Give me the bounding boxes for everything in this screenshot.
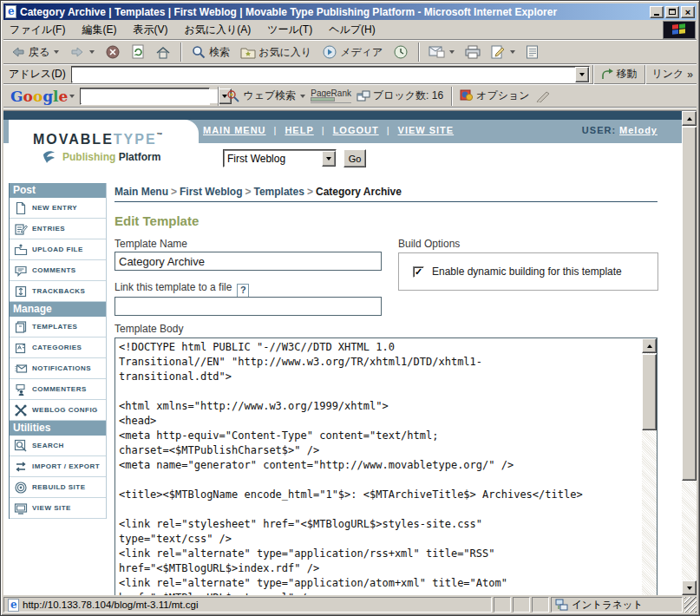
menu-help[interactable]: ヘルプ(H) <box>329 23 376 37</box>
security-zone-label: イントラネット <box>572 599 643 612</box>
scroll-down-button[interactable] <box>682 580 697 595</box>
history-icon <box>393 44 409 60</box>
breadcrumb-templates[interactable]: Templates <box>253 186 304 198</box>
textarea-scroll-up-button[interactable] <box>642 338 657 353</box>
sidebar-item-notifications[interactable]: NOTIFICATIONS <box>10 358 106 379</box>
maximize-button[interactable] <box>665 6 679 18</box>
trackbacks-icon <box>14 285 28 298</box>
minimize-button[interactable] <box>650 6 664 18</box>
sidebar-item-weblog-config[interactable]: WEBLOG CONFIG <box>10 400 106 421</box>
google-search-input[interactable] <box>81 89 218 103</box>
discuss-button[interactable] <box>522 42 542 62</box>
popup-blocker-button[interactable]: ブロック数: 16 <box>357 88 443 103</box>
google-logo-button[interactable]: Google <box>10 88 75 105</box>
windows-logo-icon <box>672 23 686 36</box>
favorites-button[interactable]: お気に入り <box>237 42 315 62</box>
status-pane-1 <box>494 597 511 613</box>
breadcrumb-first-weblog[interactable]: First Weblog <box>180 186 242 198</box>
pagerank-indicator[interactable]: PageRank <box>311 88 351 103</box>
highlight-pen-button[interactable] <box>535 90 551 102</box>
back-button[interactable]: 戻る <box>7 42 62 62</box>
link-file-input[interactable] <box>114 297 382 316</box>
stop-button[interactable] <box>101 42 124 62</box>
ie-document-icon <box>5 5 16 18</box>
menu-file[interactable]: ファイル(F) <box>10 23 65 37</box>
edit-icon <box>491 45 506 59</box>
scroll-thumb[interactable] <box>682 127 697 481</box>
forward-button[interactable] <box>66 42 98 62</box>
address-dropdown-button[interactable] <box>575 67 589 82</box>
dynamic-build-checkbox[interactable]: ✓ <box>413 266 424 278</box>
home-button[interactable] <box>152 42 174 62</box>
print-button[interactable] <box>461 42 484 62</box>
sidebar-item-view-site[interactable]: VIEW SITE <box>10 498 106 519</box>
sidebar-item-entries[interactable]: ENTRIES <box>10 219 106 239</box>
template-body-code[interactable]: <!DOCTYPE html PUBLIC "-//W3C//DTD XHTML… <box>115 338 642 595</box>
go-arrow-icon <box>601 69 613 81</box>
breadcrumb-divider <box>114 201 657 202</box>
categories-icon <box>14 341 28 355</box>
menu-favorites[interactable]: お気に入り(A) <box>184 23 251 37</box>
security-zone-pane: イントラネット <box>551 597 683 613</box>
history-button[interactable] <box>389 42 412 62</box>
sidebar-item-import-export[interactable]: IMPORT / EXPORT <box>10 456 106 477</box>
sidebar-item-comments[interactable]: COMMENTS <box>10 260 106 281</box>
search-button[interactable]: 検索 <box>187 42 233 62</box>
template-name-input[interactable] <box>114 252 382 271</box>
status-pane-3 <box>532 597 549 613</box>
sidebar-item-rebuild-site[interactable]: REBUILD SITE <box>10 477 106 498</box>
print-icon <box>465 45 481 59</box>
sidebar-item-trackbacks[interactable]: TRACKBACKS <box>10 281 106 302</box>
textarea-scroll-thumb[interactable] <box>642 354 657 430</box>
sidebar-item-search[interactable]: SEARCH <box>10 436 106 456</box>
go-button[interactable]: 移動 <box>596 66 642 83</box>
sidebar-item-upload-file[interactable]: UPLOAD FILE <box>10 239 106 260</box>
address-bar: アドレス(D) 移動 リンク » <box>3 65 697 84</box>
help-button[interactable]: ? <box>237 284 249 298</box>
address-combo <box>71 66 591 83</box>
template-body-scrollbar[interactable] <box>642 338 657 595</box>
sidebar-item-new-entry[interactable]: NEW ENTRY <box>10 198 106 219</box>
edit-button[interactable] <box>487 42 519 62</box>
scroll-up-button[interactable] <box>682 111 697 126</box>
address-label: アドレス(D) <box>9 67 66 82</box>
import-export-icon <box>14 460 28 474</box>
template-body-textarea[interactable]: <!DOCTYPE html PUBLIC "-//W3C//DTD XHTML… <box>114 337 657 595</box>
page-scrollbar[interactable] <box>682 111 697 595</box>
build-options-label: Build Options <box>398 238 460 250</box>
breadcrumb-main-menu[interactable]: Main Menu <box>114 186 168 198</box>
menu-tools[interactable]: ツール(T) <box>267 23 312 37</box>
new-entry-icon <box>14 201 28 215</box>
status-url-pane: http://10.133.78.104/blog/mt-3.11/mt.cgi <box>3 597 492 613</box>
sidebar-item-commenters[interactable]: COMMENTERS <box>10 379 106 400</box>
menu-view[interactable]: 表示(V) <box>133 23 167 37</box>
options-button[interactable]: オプション <box>460 88 529 103</box>
rebuild-site-icon <box>14 481 28 495</box>
mt-swoosh-icon <box>42 149 62 163</box>
sidebar-item-templates[interactable]: TEMPLATES <box>10 317 106 337</box>
notifications-icon <box>14 362 28 376</box>
favorites-icon <box>240 46 256 59</box>
stop-icon <box>105 44 121 60</box>
browser-viewport: MOVABLETYPE™ Publishing Platform MAIN ME… <box>3 110 697 595</box>
links-toolbar[interactable]: リンク » <box>648 67 697 82</box>
pen-icon <box>535 90 551 102</box>
mail-icon <box>429 46 445 58</box>
address-input[interactable] <box>72 68 576 82</box>
refresh-button[interactable] <box>128 42 148 62</box>
sidebar-section-post: Post <box>10 183 106 198</box>
resize-grip[interactable] <box>684 597 697 613</box>
menu-edit[interactable]: 編集(E) <box>82 23 116 37</box>
close-button[interactable]: × <box>681 6 695 18</box>
weblog-config-icon <box>14 403 28 417</box>
view-site-icon <box>14 501 28 515</box>
template-name-label: Template Name <box>114 238 187 250</box>
web-search-button[interactable]: ウェブ検索 <box>226 88 305 103</box>
sidebar-item-categories[interactable]: CATEGORIES <box>10 337 106 358</box>
status-url: http://10.133.78.104/blog/mt-3.11/mt.cgi <box>23 600 198 610</box>
mail-button[interactable] <box>425 42 458 62</box>
links-chevron-icon[interactable]: » <box>687 69 693 81</box>
media-button[interactable]: メディア <box>318 42 386 62</box>
popup-blocker-icon <box>357 90 370 102</box>
commenters-icon <box>14 383 28 396</box>
